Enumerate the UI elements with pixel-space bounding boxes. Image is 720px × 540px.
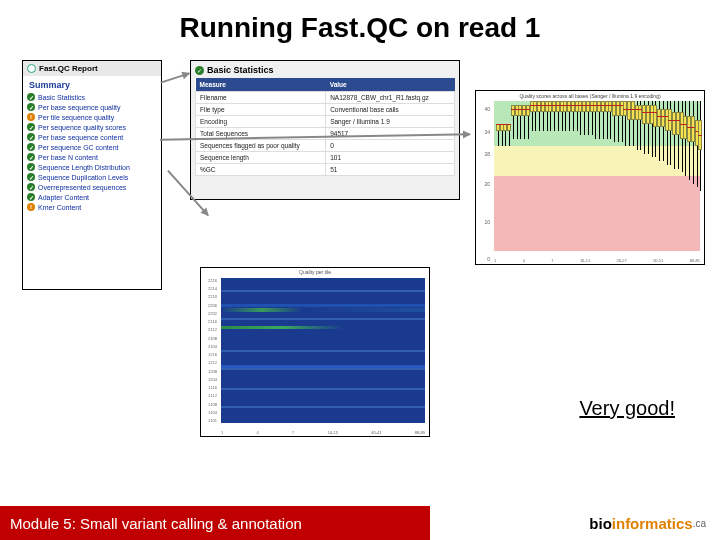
- summary-item[interactable]: ✓Per base N content: [27, 152, 157, 162]
- check-icon: ✓: [27, 133, 35, 141]
- report-ring-icon: [27, 64, 36, 73]
- boxplot-yaxis: 01020283440: [478, 106, 492, 254]
- check-icon: ✓: [27, 173, 35, 181]
- summary-item-label: Per sequence GC content: [38, 144, 119, 151]
- col-measure: Measure: [196, 78, 326, 92]
- brand-informatics: informatics: [612, 515, 693, 532]
- check-icon: ✓: [27, 143, 35, 151]
- heatmap-title: Quality per tile: [201, 268, 429, 276]
- summary-item-label: Per sequence quality scores: [38, 124, 126, 131]
- summary-item[interactable]: ✓Overrepresented sequences: [27, 182, 157, 192]
- table-row: %GC51: [196, 164, 455, 176]
- summary-item-label: Per base sequence quality: [38, 104, 121, 111]
- summary-item[interactable]: ✓Adapter Content: [27, 192, 157, 202]
- check-icon: ✓: [195, 66, 204, 75]
- table-row: Sequences flagged as poor quality0: [196, 140, 455, 152]
- summary-item-label: Per base N content: [38, 154, 98, 161]
- summary-item[interactable]: ✓Basic Statistics: [27, 92, 157, 102]
- verdict-text: Very good!: [579, 397, 675, 420]
- check-icon: ✓: [27, 193, 35, 201]
- summary-item-label: Per base sequence content: [38, 134, 123, 141]
- summary-item[interactable]: ✓Per sequence quality scores: [27, 122, 157, 132]
- col-value: Value: [326, 78, 455, 92]
- summary-item-label: Sequence Duplication Levels: [38, 174, 128, 181]
- summary-list: ✓Basic Statistics✓Per base sequence qual…: [23, 92, 161, 212]
- module-label: Module 5: Small variant calling & annota…: [0, 506, 430, 540]
- heatmap-body: [221, 278, 425, 423]
- summary-item[interactable]: !Kmer Content: [27, 202, 157, 212]
- summary-item[interactable]: ✓Sequence Duplication Levels: [27, 172, 157, 182]
- summary-item[interactable]: ✓Per base sequence content: [27, 132, 157, 142]
- basic-statistics-title: Basic Statistics: [207, 65, 274, 75]
- table-row: FilenameNA12878_CBW_chr1_R1.fastq.gz: [196, 92, 455, 104]
- boxplot-xaxis: 14710-1126-2750-5180-81: [494, 258, 700, 263]
- summary-item-label: Basic Statistics: [38, 94, 85, 101]
- summary-item-label: Kmer Content: [38, 204, 81, 211]
- check-icon: ✓: [27, 93, 35, 101]
- brand-logo: bioinformatics.ca: [430, 506, 720, 540]
- summary-item-label: Sequence Length Distribution: [38, 164, 130, 171]
- page-title: Running Fast.QC on read 1: [0, 0, 720, 52]
- heatmap-yaxis: 2216221422102206220221162112210821041216…: [203, 278, 219, 422]
- per-base-quality-chart: Quality scores across all bases (Sanger …: [475, 90, 705, 265]
- summary-heading: Summary: [23, 76, 161, 92]
- boxplot-area: [494, 101, 700, 251]
- check-icon: ✓: [27, 183, 35, 191]
- table-row: Sequence length101: [196, 152, 455, 164]
- check-icon: ✓: [27, 153, 35, 161]
- check-icon: ✓: [27, 163, 35, 171]
- brand-ca: .ca: [693, 518, 706, 529]
- basic-statistics-panel: ✓ Basic Statistics Measure Value Filenam…: [190, 60, 460, 200]
- check-icon: ✓: [27, 103, 35, 111]
- arrow-icon: [160, 72, 189, 83]
- summary-item[interactable]: !Per tile sequence quality: [27, 112, 157, 122]
- fastqc-report-title: Fast.QC Report: [39, 64, 98, 73]
- per-tile-quality-chart: Quality per tile 22162214221022062202211…: [200, 267, 430, 437]
- heatmap-xaxis: 14714-1540-4188-89: [221, 430, 425, 435]
- warn-icon: !: [27, 113, 35, 121]
- footer: Module 5: Small variant calling & annota…: [0, 506, 720, 540]
- content-area: Fast.QC Report Summary ✓Basic Statistics…: [0, 52, 720, 482]
- summary-item-label: Overrepresented sequences: [38, 184, 126, 191]
- fastqc-report-panel: Fast.QC Report Summary ✓Basic Statistics…: [22, 60, 162, 290]
- warn-icon: !: [27, 203, 35, 211]
- boxplot-title: Quality scores across all bases (Sanger …: [476, 91, 704, 101]
- summary-item[interactable]: ✓Per sequence GC content: [27, 142, 157, 152]
- summary-item[interactable]: ✓Sequence Length Distribution: [27, 162, 157, 172]
- table-row: File typeConventional base calls: [196, 104, 455, 116]
- summary-item-label: Adapter Content: [38, 194, 89, 201]
- summary-item[interactable]: ✓Per base sequence quality: [27, 102, 157, 112]
- check-icon: ✓: [27, 123, 35, 131]
- fastqc-report-header: Fast.QC Report: [23, 61, 161, 76]
- summary-item-label: Per tile sequence quality: [38, 114, 114, 121]
- basic-statistics-table: Measure Value FilenameNA12878_CBW_chr1_R…: [195, 78, 455, 176]
- table-row: EncodingSanger / Illumina 1.9: [196, 116, 455, 128]
- brand-bio: bio: [589, 515, 612, 532]
